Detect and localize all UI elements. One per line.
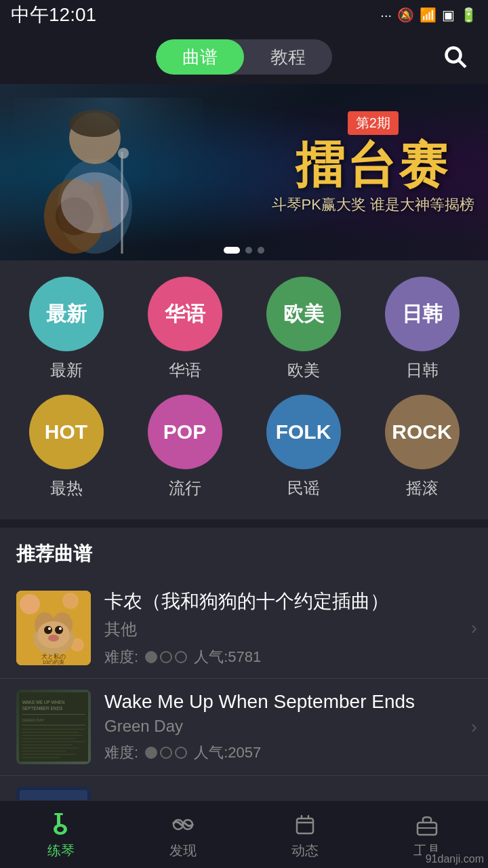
svg-rect-35 bbox=[22, 735, 82, 736]
recommend-section: 推荐曲谱 bbox=[0, 528, 488, 567]
category-label-rihan: 日韩 bbox=[406, 359, 439, 381]
category-item-rihan[interactable]: 日韩 日韩 bbox=[371, 277, 473, 381]
category-label-pop: 流行 bbox=[169, 477, 201, 499]
signal-bars-icon: ▣ bbox=[442, 7, 455, 23]
banner-dot-3[interactable] bbox=[258, 247, 264, 254]
svg-text:10の約束: 10の約束 bbox=[43, 659, 65, 665]
song-item-greenday[interactable]: WAKE ME UP WHEN SEPTEMBER ENDS GREEN DAY bbox=[0, 679, 488, 776]
difficulty-dots-greenday bbox=[145, 747, 187, 759]
svg-point-13 bbox=[20, 594, 40, 614]
diff-dot-1 bbox=[145, 747, 157, 759]
song-popularity-greenday: 人气:2057 bbox=[194, 743, 261, 763]
banner-text: 第2期 擂台赛 斗琴PK赢大奖 谁是大神等揭榜 bbox=[272, 111, 474, 215]
bottom-navigation: 练琴 发现 动态 bbox=[0, 800, 488, 868]
banner[interactable]: 第2期 擂台赛 斗琴PK赢大奖 谁是大神等揭榜 bbox=[0, 84, 488, 260]
difficulty-dots-kanon bbox=[145, 651, 187, 663]
svg-rect-56 bbox=[297, 818, 313, 833]
svg-point-20 bbox=[44, 626, 52, 634]
category-label-hot: 最热 bbox=[50, 477, 83, 499]
svg-rect-36 bbox=[22, 738, 76, 739]
category-circle-pop: POP bbox=[148, 395, 222, 469]
category-item-huayu[interactable]: 华语 华语 bbox=[134, 277, 236, 381]
category-label-folk: 民谣 bbox=[287, 477, 320, 499]
svg-text:GREEN DAY: GREEN DAY bbox=[22, 718, 45, 722]
diff-dot-3 bbox=[175, 747, 187, 759]
nav-label-practice: 练琴 bbox=[47, 842, 75, 860]
nav-item-dynamic[interactable]: 动态 bbox=[258, 809, 352, 860]
search-button[interactable] bbox=[439, 41, 472, 73]
svg-rect-33 bbox=[22, 729, 85, 730]
status-bar: 中午12:01 ··· 🔕 📶 ▣ 🔋 bbox=[0, 0, 488, 30]
svg-rect-51 bbox=[54, 813, 63, 815]
category-label-huayu: 华语 bbox=[169, 359, 201, 381]
category-section: 最新 最新 华语 华语 欧美 欧美 日韩 日韩 HOT 最热 POP 流行 FO… bbox=[0, 260, 488, 519]
category-item-hot[interactable]: HOT 最热 bbox=[16, 395, 117, 499]
category-row-2: HOT 最热 POP 流行 FOLK 民谣 ROCK 摇滚 bbox=[7, 395, 481, 499]
song-meta-kanon: 难度: 人气:5781 bbox=[104, 647, 472, 667]
nav-item-practice[interactable]: 练琴 bbox=[14, 809, 108, 860]
svg-rect-41 bbox=[22, 754, 76, 755]
svg-rect-34 bbox=[22, 732, 79, 732]
category-row-1: 最新 最新 华语 华语 欧美 欧美 日韩 日韩 bbox=[7, 277, 481, 381]
nav-icon-practice bbox=[46, 809, 76, 839]
svg-text:WAKE ME UP WHEN: WAKE ME UP WHEN bbox=[22, 700, 65, 705]
banner-title: 擂台赛 bbox=[272, 140, 474, 189]
song-title-kanon: 卡农（我和狗狗的十个约定插曲） bbox=[104, 589, 472, 614]
signal-icon: ··· bbox=[380, 7, 392, 23]
search-icon bbox=[443, 45, 468, 69]
song-title-greenday: Wake Me Up When September Ends bbox=[104, 691, 472, 713]
svg-rect-11 bbox=[14, 98, 203, 260]
category-item-pop[interactable]: POP 流行 bbox=[134, 395, 236, 499]
song-artist-greenday: Green Day bbox=[104, 717, 472, 736]
song-popularity-kanon: 人气:5781 bbox=[194, 647, 261, 667]
category-item-rock[interactable]: ROCK 摇滚 bbox=[371, 395, 473, 499]
svg-point-23 bbox=[59, 627, 62, 630]
nav-icon-tools bbox=[412, 809, 442, 839]
svg-rect-42 bbox=[22, 757, 60, 758]
category-circle-hot: HOT bbox=[29, 395, 104, 469]
category-item-oumei[interactable]: 欧美 欧美 bbox=[253, 277, 354, 381]
diff-dot-3 bbox=[175, 651, 187, 663]
nav-icon-discover bbox=[168, 809, 198, 839]
svg-point-22 bbox=[48, 627, 51, 630]
category-circle-rock: ROCK bbox=[385, 395, 460, 469]
tab-switcher: 曲谱 教程 bbox=[156, 39, 332, 75]
category-label-oumei: 欧美 bbox=[287, 359, 320, 381]
status-icons: ··· 🔕 📶 ▣ 🔋 bbox=[380, 7, 477, 23]
song-meta-greenday: 难度: 人气:2057 bbox=[104, 743, 472, 763]
svg-point-53 bbox=[57, 827, 64, 832]
banner-guitarist-illustration bbox=[14, 98, 203, 260]
tab-sheet-music[interactable]: 曲谱 bbox=[156, 39, 244, 75]
nav-label-dynamic: 动态 bbox=[291, 842, 319, 860]
battery-icon: 🔋 bbox=[460, 7, 477, 23]
category-circle-zuixin: 最新 bbox=[29, 277, 104, 351]
svg-point-0 bbox=[447, 48, 461, 62]
banner-dot-1[interactable] bbox=[224, 247, 240, 254]
category-item-zuixin[interactable]: 最新 最新 bbox=[16, 277, 117, 381]
nav-item-discover[interactable]: 发现 bbox=[136, 809, 230, 860]
status-time: 中午12:01 bbox=[11, 2, 96, 28]
arrow-right-icon: › bbox=[471, 617, 477, 639]
banner-badge: 第2期 bbox=[348, 111, 399, 135]
arrow-right-icon-2: › bbox=[471, 716, 477, 738]
svg-point-14 bbox=[62, 593, 79, 609]
watermark: 91danji.com bbox=[422, 852, 488, 867]
nav-label-discover: 发现 bbox=[169, 842, 197, 860]
banner-dot-2[interactable] bbox=[245, 247, 252, 254]
song-thumb-kanon: 犬と私の 10の約束 bbox=[16, 591, 91, 665]
category-item-folk[interactable]: FOLK 民谣 bbox=[253, 395, 354, 499]
song-item-kanon[interactable]: 犬と私の 10の約束 卡农（我和狗狗的十个约定插曲） 其他 难度: 人气:578… bbox=[0, 578, 488, 679]
tab-tutorial[interactable]: 教程 bbox=[244, 39, 332, 75]
difficulty-label: 难度: bbox=[104, 647, 138, 667]
category-circle-folk: FOLK bbox=[266, 395, 341, 469]
banner-subtitle: 斗琴PK赢大奖 谁是大神等揭榜 bbox=[272, 195, 474, 215]
song-info-kanon: 卡农（我和狗狗的十个约定插曲） 其他 难度: 人气:5781 bbox=[104, 589, 472, 667]
wifi-icon: 📶 bbox=[420, 7, 436, 23]
nav-icon-dynamic bbox=[290, 809, 320, 839]
svg-rect-39 bbox=[22, 748, 79, 749]
diff-dot-1 bbox=[145, 651, 157, 663]
category-circle-huayu: 华语 bbox=[148, 277, 222, 351]
svg-point-24 bbox=[48, 635, 59, 642]
category-circle-oumei: 欧美 bbox=[266, 277, 341, 351]
song-info-greenday: Wake Me Up When September Ends Green Day… bbox=[104, 691, 472, 763]
